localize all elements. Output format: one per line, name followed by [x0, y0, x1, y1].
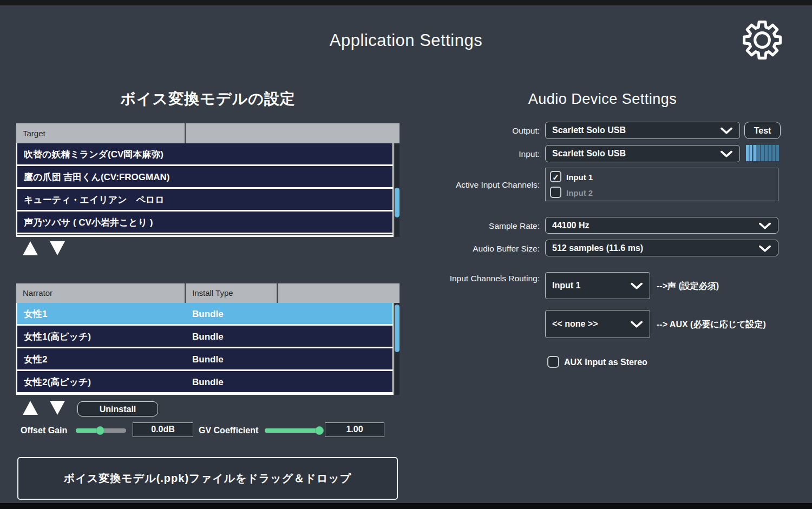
selected-input-device: Scarlett Solo USB — [552, 146, 626, 162]
chevron-down-icon — [631, 282, 643, 289]
audio-device-settings-heading: Audio Device Settings — [449, 91, 756, 108]
scrollbar-thumb[interactable] — [395, 305, 400, 352]
scrollbar-thumb[interactable] — [395, 188, 400, 217]
aux-routing-note: --> AUX (必要に応じて設定) — [657, 319, 766, 330]
target-empty-column-header[interactable] — [186, 123, 400, 143]
gv-coefficient-label: GV Coefficient — [199, 426, 258, 435]
table-row[interactable]: 吹替の妖精ミランダ(CV岡本麻弥) — [17, 143, 392, 166]
narrator-table-header: Narrator Install Type — [16, 283, 400, 303]
gv-coefficient-value-field[interactable]: 1.00 — [325, 422, 384, 437]
table-row[interactable]: キューティ・エイリアン ペロロ — [17, 189, 392, 211]
aux-input-as-stereo-label: AUX Input as Stereo — [564, 358, 647, 367]
target-move-down-button[interactable] — [50, 241, 65, 255]
gear-icon — [742, 54, 782, 62]
aux-input-as-stereo-checkbox[interactable] — [547, 356, 559, 368]
bottom-edge-strip — [0, 503, 812, 509]
sample-rate-select[interactable]: 44100 Hz — [545, 217, 778, 234]
input-1-checkbox[interactable] — [550, 171, 561, 182]
selected-buffer-size: 512 samples (11.6 ms) — [552, 240, 643, 256]
top-edge-strip — [0, 0, 812, 5]
target-cell: 声乃ツバサ ( CV小岩井ことり ) — [17, 211, 186, 233]
chevron-down-icon — [631, 321, 643, 328]
model-file-dropzone[interactable]: ボイス変換モデル(.ppk)ファイルをドラッグ＆ドロップ — [17, 457, 398, 500]
target-column-header[interactable]: Target — [16, 123, 185, 143]
table-row[interactable]: 鷹の爪団 吉田くん(CV:FROGMAN) — [17, 166, 392, 189]
narrator-cell: 女性1 — [17, 303, 186, 324]
target-cell: キューティ・エイリアン ペロロ — [17, 189, 186, 210]
chevron-down-icon — [759, 222, 771, 229]
offset-gain-label: Offset Gain — [21, 426, 67, 435]
target-table-scrollbar[interactable] — [395, 143, 400, 237]
aux-routing-select[interactable]: << none >> — [545, 310, 650, 338]
output-device-select[interactable]: Scarlett Solo USB — [545, 122, 740, 139]
selected-output-device: Scarlett Solo USB — [552, 122, 626, 138]
install-type-cell: Bundle — [186, 348, 224, 369]
slider-fill — [265, 428, 319, 433]
slider-thumb[interactable] — [96, 426, 104, 435]
target-cell: 吹替の妖精ミランダ(CV岡本麻弥) — [17, 143, 186, 164]
audio-buffer-size-select[interactable]: 512 samples (11.6 ms) — [545, 240, 778, 256]
narrator-table-scrollbar[interactable] — [395, 303, 400, 395]
chevron-down-icon — [759, 244, 771, 252]
narrator-cell: 女性2 — [17, 348, 186, 369]
uninstall-button[interactable]: Uninstall — [77, 401, 158, 417]
narrator-empty-column-header[interactable] — [278, 283, 400, 303]
table-row[interactable]: 女性2(高ピッチ) Bundle — [17, 371, 392, 394]
page-title: Application Settings — [0, 31, 812, 50]
install-type-cell: Bundle — [186, 303, 224, 324]
offset-gain-slider[interactable] — [76, 428, 126, 433]
chevron-down-icon — [721, 127, 732, 134]
narrator-column-header[interactable]: Narrator — [16, 283, 185, 303]
input-channels-routing-label: Input Channels Routing: — [444, 274, 540, 283]
output-label: Output: — [444, 126, 540, 136]
target-cell: 鷹の爪団 吉田くん(CV:FROGMAN) — [17, 166, 186, 187]
slider-thumb[interactable] — [315, 426, 324, 435]
narrator-cell: 女性2(高ピッチ) — [17, 371, 186, 392]
voice-routing-note: -->声 (設定必須) — [657, 281, 719, 292]
input-device-select[interactable]: Scarlett Solo USB — [545, 145, 740, 162]
voice-routing-select[interactable]: Input 1 — [545, 272, 650, 299]
table-row[interactable]: 声乃ツバサ ( CV小岩井ことり ) — [17, 211, 392, 234]
chevron-down-icon — [721, 150, 732, 157]
test-output-button[interactable]: Test — [744, 122, 781, 139]
narrator-table: 女性1 Bundle 女性1(高ピッチ) Bundle 女性2 Bundle 女… — [16, 303, 394, 395]
input-1-checkbox-label: Input 1 — [566, 173, 593, 182]
target-table-header: Target — [16, 123, 400, 143]
selected-voice-routing: Input 1 — [552, 273, 580, 299]
table-row[interactable]: 女性2 Bundle — [17, 348, 392, 371]
voice-model-settings-heading: ボイス変換モデルの設定 — [16, 89, 400, 109]
install-type-cell: Bundle — [186, 326, 224, 347]
narrator-move-up-button[interactable] — [23, 401, 38, 415]
input-2-checkbox-label: Input 2 — [566, 188, 593, 197]
narrator-cell: 女性1(高ピッチ) — [17, 326, 186, 347]
install-type-cell: Bundle — [186, 371, 224, 392]
install-type-column-header[interactable]: Install Type — [186, 283, 277, 303]
table-row[interactable]: 女性1 Bundle — [17, 303, 392, 326]
selected-sample-rate: 44100 Hz — [552, 217, 590, 233]
application-settings-screen: Application Settings ボイス変換モデルの設定 Targe — [0, 0, 812, 509]
gv-coefficient-slider[interactable] — [265, 428, 319, 433]
table-row[interactable]: 女性1(高ピッチ) Bundle — [17, 326, 392, 348]
active-input-channels-label: Active Input Channels: — [444, 180, 540, 190]
sample-rate-label: Sample Rate: — [444, 221, 540, 231]
input-label: Input: — [444, 149, 540, 159]
settings-button[interactable] — [742, 20, 782, 60]
audio-buffer-size-label: Audio Buffer Size: — [444, 244, 540, 254]
target-move-up-button[interactable] — [23, 241, 38, 255]
selected-aux-routing: << none >> — [552, 310, 598, 338]
offset-gain-value-field[interactable]: 0.0dB — [133, 422, 193, 437]
input-level-meter — [746, 145, 779, 161]
dropzone-text: ボイス変換モデル(.ppk)ファイルをドラッグ＆ドロップ — [64, 471, 351, 486]
narrator-move-down-button[interactable] — [50, 401, 65, 415]
target-table: 吹替の妖精ミランダ(CV岡本麻弥) 鷹の爪団 吉田くん(CV:FROGMAN) … — [16, 143, 394, 237]
input-2-checkbox[interactable] — [550, 187, 561, 198]
